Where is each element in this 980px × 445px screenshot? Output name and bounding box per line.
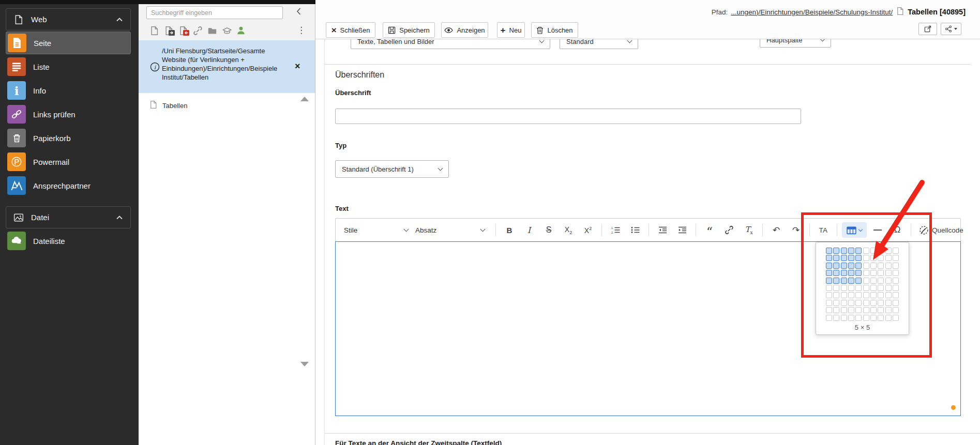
remove-format-button[interactable]: Tx — [740, 222, 758, 238]
table-grid-cell[interactable] — [863, 248, 869, 254]
table-grid-cell[interactable] — [833, 248, 839, 254]
table-grid-cell[interactable] — [855, 270, 862, 276]
table-grid-cell[interactable] — [893, 300, 899, 306]
sidebar-item-dateiliste[interactable]: Dateiliste — [6, 229, 131, 252]
table-grid-cell[interactable] — [833, 278, 839, 284]
table-grid-cell[interactable] — [870, 263, 877, 269]
collapse-tree-icon[interactable] — [296, 7, 301, 18]
table-grid-cell[interactable] — [863, 270, 869, 276]
table-grid-cell[interactable] — [870, 285, 877, 291]
table-grid-cell[interactable] — [826, 292, 832, 298]
table-grid-cell[interactable] — [870, 292, 877, 298]
table-grid-cell[interactable] — [855, 300, 862, 306]
path-link[interactable]: ...ungen)/Einrichtungen/Beispiele/Schulu… — [731, 8, 893, 16]
table-grid-cell[interactable] — [826, 270, 832, 276]
table-grid-cell[interactable] — [870, 300, 877, 306]
table-grid-cell[interactable] — [893, 255, 899, 261]
redo-button[interactable]: ↷ — [787, 222, 805, 238]
view-button[interactable]: Anzeigen — [441, 22, 488, 38]
table-grid-cell[interactable] — [878, 292, 884, 298]
strikethrough-button[interactable]: S — [540, 222, 557, 238]
table-grid-cell[interactable] — [870, 278, 877, 284]
table-grid-cell[interactable] — [841, 263, 847, 269]
table-grid-cell[interactable] — [826, 315, 832, 321]
table-grid-cell[interactable] — [841, 315, 847, 321]
table-grid-cell[interactable] — [848, 255, 854, 261]
table-grid-cell[interactable] — [848, 248, 854, 254]
table-grid-cell[interactable] — [826, 263, 832, 269]
table-grid-cell[interactable] — [848, 292, 854, 298]
table-grid-cell[interactable] — [863, 285, 869, 291]
table-grid-cell[interactable] — [893, 270, 899, 276]
table-grid-cell[interactable] — [855, 248, 862, 254]
table-grid-cell[interactable] — [863, 278, 869, 284]
table-grid-cell[interactable] — [833, 292, 839, 298]
table-grid-cell[interactable] — [885, 270, 892, 276]
superscript-button[interactable]: X2 — [579, 222, 597, 238]
table-grid-cell[interactable] — [848, 307, 854, 313]
save-button[interactable]: Speichern — [383, 22, 435, 38]
tree-scroll-up[interactable] — [300, 97, 309, 101]
table-grid-cell[interactable] — [885, 255, 892, 261]
table-grid-cell[interactable] — [841, 270, 847, 276]
table-grid-cell[interactable] — [855, 255, 862, 261]
table-grid-cell[interactable] — [841, 285, 847, 291]
table-grid-cell[interactable] — [855, 315, 862, 321]
table-grid-cell[interactable] — [841, 248, 847, 254]
folder-icon[interactable] — [207, 26, 217, 36]
subscript-button[interactable]: X2 — [560, 222, 577, 238]
table-grid-cell[interactable] — [848, 285, 854, 291]
bulleted-list-button[interactable] — [626, 222, 644, 238]
table-grid-cell[interactable] — [833, 263, 839, 269]
blockquote-button[interactable]: “ — [701, 222, 718, 238]
open-new-window-button[interactable] — [918, 23, 937, 35]
page-import-icon[interactable] — [178, 26, 189, 36]
heading-type-select[interactable]: Standard (Überschrift 1) — [335, 160, 449, 178]
link-button[interactable] — [720, 222, 738, 238]
table-grid-cell[interactable] — [863, 263, 869, 269]
table-grid-cell[interactable] — [878, 270, 884, 276]
table-grid-cell[interactable] — [885, 315, 892, 321]
indent-button[interactable] — [673, 222, 691, 238]
table-grid-cell[interactable] — [848, 315, 854, 321]
table-grid-cell[interactable] — [893, 292, 899, 298]
table-grid-cell[interactable] — [885, 292, 892, 298]
sidebar-item-ansprechpartner[interactable]: Ansprechpartner — [6, 174, 131, 197]
table-grid-cell[interactable] — [833, 307, 839, 313]
table-grid-cell[interactable] — [841, 255, 847, 261]
content-type-select[interactable]: Texte, Tabellen und Bilder — [351, 39, 550, 49]
new-button[interactable]: +Neu — [497, 22, 525, 38]
table-grid-cell[interactable] — [833, 270, 839, 276]
table-grid-cell[interactable] — [885, 300, 892, 306]
table-grid-cell[interactable] — [878, 315, 884, 321]
table-grid-cell[interactable] — [878, 255, 884, 261]
table-grid-cell[interactable] — [878, 285, 884, 291]
table-grid-cell[interactable] — [893, 248, 899, 254]
table-grid-cell[interactable] — [833, 315, 839, 321]
numbered-list-button[interactable]: 1.2. — [607, 222, 624, 238]
table-grid-cell[interactable] — [826, 307, 832, 313]
menu-group-datei[interactable]: Datei — [6, 206, 131, 228]
bold-button[interactable]: B — [501, 222, 518, 238]
page-move-icon[interactable] — [164, 26, 175, 36]
table-grid-cell[interactable] — [863, 315, 869, 321]
table-grid-cell[interactable] — [893, 315, 899, 321]
table-grid-cell[interactable] — [841, 307, 847, 313]
table-grid-cell[interactable] — [878, 300, 884, 306]
outdent-button[interactable] — [654, 222, 671, 238]
close-button[interactable]: ×Schließen — [326, 22, 375, 38]
table-grid-cell[interactable] — [826, 278, 832, 284]
table-grid-cell[interactable] — [885, 285, 892, 291]
sidebar-item-liste[interactable]: Liste — [6, 55, 131, 78]
tree-info-node[interactable]: i /Uni Flensburg/Startseite/Gesamte Webs… — [139, 40, 315, 93]
table-grid-cell[interactable] — [833, 285, 839, 291]
share-button[interactable] — [941, 23, 961, 35]
sidebar-item-papierkorb[interactable]: Papierkorb — [6, 127, 131, 149]
table-grid-cell[interactable] — [826, 248, 832, 254]
table-grid-cell[interactable] — [893, 263, 899, 269]
table-grid-cell[interactable] — [855, 307, 862, 313]
sidebar-item-powermail[interactable]: ℗Powermail — [6, 150, 131, 173]
table-grid-cell[interactable] — [841, 292, 847, 298]
table-grid-cell[interactable] — [848, 300, 854, 306]
insert-table-button[interactable] — [842, 222, 867, 238]
